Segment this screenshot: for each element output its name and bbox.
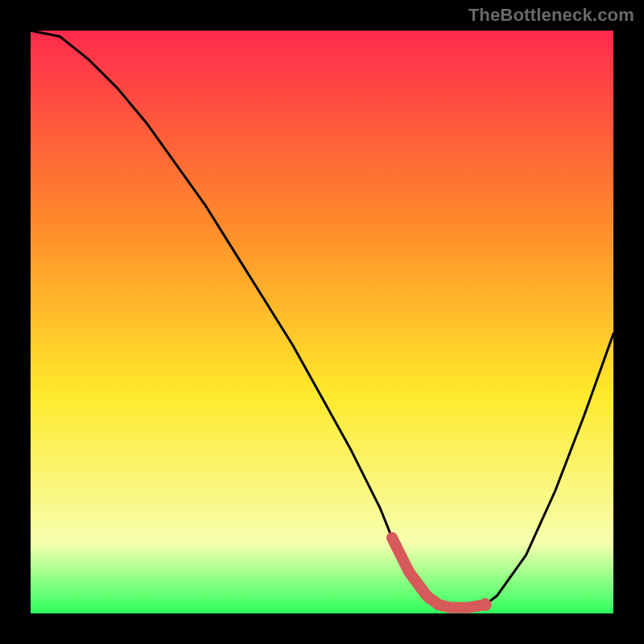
watermark-text: TheBottleneck.com [469, 5, 634, 26]
plot-area [31, 31, 613, 613]
bottleneck-chart [0, 0, 644, 644]
chart-frame: { "watermark": "TheBottleneck.com", "col… [0, 0, 644, 644]
highlight-point [479, 598, 492, 611]
